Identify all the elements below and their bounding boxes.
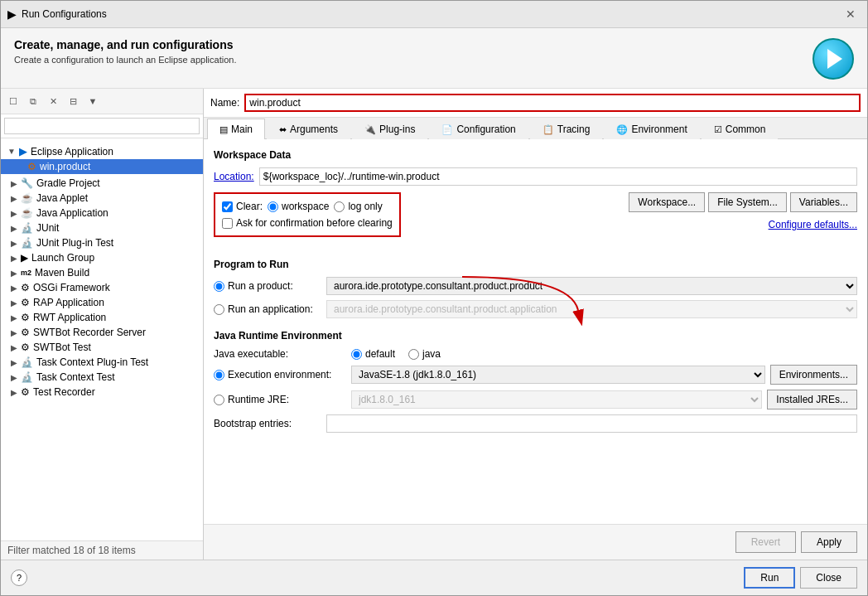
tab-configuration-label: Configuration [456,124,515,135]
name-input[interactable] [244,94,861,112]
delete-config-button[interactable]: ✕ [44,92,62,110]
tab-plugins[interactable]: 🔌 Plug-ins [352,119,427,139]
sidebar-item-rap-application[interactable]: ▶ ⚙ RAP Application [1,295,203,310]
tab-plugins-label: Plug-ins [379,124,415,135]
run-product-radio[interactable] [214,281,224,292]
sidebar-item-junit-plugin[interactable]: ▶ 🔬 JUnit Plug-in Test [1,235,203,250]
clear-section: Clear: workspace log only [214,192,401,237]
tab-main[interactable]: ▤ Main [207,119,265,139]
new-config-button[interactable]: ☐ [4,92,22,110]
sidebar-status: Filter matched 18 of 18 items [1,540,203,560]
sidebar-item-test-recorder[interactable]: ▶ ⚙ Test Recorder [1,385,203,400]
expand-icon: ▼ [7,147,16,156]
header-section: Create, manage, and run configurations C… [1,28,867,89]
sidebar-item-task-context-plugin[interactable]: ▶ 🔬 Task Context Plug-in Test [1,355,203,370]
file-system-button[interactable]: File System... [708,192,787,212]
location-link[interactable]: Location: [214,171,254,182]
run-icon [827,49,842,69]
expand-icon: ▶ [11,179,17,188]
run-product-radio-label[interactable]: Run a product: [214,280,321,292]
tab-tracing[interactable]: 📋 Tracing [530,119,603,139]
sidebar-item-maven[interactable]: ▶ m2 Maven Build [1,265,203,280]
copy-config-button[interactable]: ⧉ [24,92,42,110]
tab-arguments[interactable]: ⬌ Arguments [267,119,350,139]
expand-icon: ▶ [11,254,17,263]
search-input[interactable] [4,118,200,134]
sidebar-item-gradle[interactable]: ▶ 🔧 Gradle Project [1,176,203,191]
close-button[interactable]: Close [800,567,857,589]
workspace-radio[interactable] [268,201,278,212]
program-section-title: Program to Run [214,259,857,270]
sidebar-item-launch-group[interactable]: ▶ ▶ Launch Group [1,250,203,265]
ask-confirm-checkbox-label[interactable]: Ask for confirmation before clearing [222,217,393,229]
expand-icon: ▶ [11,298,17,308]
sidebar-item-osgi[interactable]: ▶ ⚙ OSGi Framework [1,280,203,295]
workspace-section-title: Workspace Data [214,149,857,161]
tab-environment[interactable]: 🌐 Environment [604,119,699,139]
clear-checkbox[interactable] [222,201,233,212]
tab-arguments-label: Arguments [290,124,338,135]
test-recorder-label: Test Recorder [33,386,95,398]
workspace-section: Workspace Data Location: Clear: [214,149,857,247]
default-radio-label[interactable]: default [351,348,395,360]
default-radio[interactable] [351,349,362,360]
environments-button[interactable]: Environments... [770,365,857,385]
execution-env-radio[interactable] [214,370,224,380]
task-context-plugin-icon: 🔬 [21,356,33,368]
swtbot-server-label: SWTBot Recorder Server [33,327,146,338]
location-input[interactable] [259,167,857,186]
window-icon: ▶ [7,7,17,21]
expand-icon: ▶ [11,239,17,248]
tab-configuration[interactable]: 📄 Configuration [429,119,528,139]
default-radio-text: default [365,348,395,360]
revert-button[interactable]: Revert [735,531,796,553]
sidebar-item-swtbot-test[interactable]: ▶ ⚙ SWTBot Test [1,340,203,355]
junit-plugin-label: JUnit Plug-in Test [36,237,113,249]
configuration-tab-icon: 📄 [441,124,453,135]
filter-button[interactable]: ▼ [84,92,102,110]
execution-env-select[interactable]: JavaSE-1.8 (jdk1.8.0_161) [351,366,765,384]
task-context-test-icon: 🔬 [21,371,33,383]
tab-common-label: Common [726,124,766,135]
rap-label: RAP Application [33,297,104,308]
runtime-jre-radio[interactable] [214,395,224,405]
swtbot-test-label: SWTBot Test [33,342,91,353]
runtime-jre-select: jdk1.8.0_161 [351,390,762,409]
run-application-radio[interactable] [214,304,224,315]
runtime-jre-radio-label[interactable]: Runtime JRE: [214,394,346,405]
workspace-button[interactable]: Workspace... [629,192,705,212]
run-application-radio-label[interactable]: Run an application: [214,303,321,315]
sidebar-item-java-application[interactable]: ▶ ☕ Java Application [1,206,203,220]
expand-icon: ▶ [11,224,17,233]
apply-button[interactable]: Apply [801,531,857,553]
bootstrap-input[interactable] [326,414,857,433]
execution-env-label: Execution environment: [228,369,331,380]
log-only-radio-label[interactable]: log only [334,201,382,212]
workspace-radio-label[interactable]: workspace [268,201,329,212]
clear-checkbox-label[interactable]: Clear: [222,201,263,212]
execution-env-radio-label[interactable]: Execution environment: [214,369,346,380]
java-radio-label[interactable]: java [408,348,441,360]
ask-confirm-checkbox[interactable] [222,218,233,229]
sidebar-item-java-applet[interactable]: ▶ ☕ Java Applet [1,191,203,206]
log-only-radio[interactable] [334,201,345,212]
variables-button[interactable]: Variables... [790,192,857,212]
run-button[interactable] [813,38,854,80]
run-product-row: Run a product: aurora.ide.prototype.cons… [214,277,857,295]
java-radio[interactable] [408,349,419,360]
installed-jres-button[interactable]: Installed JREs... [767,390,857,409]
sidebar-item-junit[interactable]: ▶ 🔬 JUnit [1,220,203,235]
sidebar-item-rwt-application[interactable]: ▶ ⚙ RWT Application [1,310,203,325]
configure-defaults-link[interactable]: Configure defaults... [769,219,857,230]
tree-group-header-eclipse-application[interactable]: ▼ ▶ Eclipse Application [1,143,203,159]
swtbot-test-icon: ⚙ [21,342,30,353]
sidebar-item-task-context-test[interactable]: ▶ 🔬 Task Context Test [1,370,203,385]
run-button-footer[interactable]: Run [744,567,795,589]
sidebar-item-swtbot-server[interactable]: ▶ ⚙ SWTBot Recorder Server [1,325,203,340]
help-button[interactable]: ? [11,569,27,586]
tab-common[interactable]: ☑ Common [702,119,779,139]
run-product-select[interactable]: aurora.ide.prototype.consultant.product.… [326,277,857,295]
collapse-all-button[interactable]: ⊟ [64,92,82,110]
window-close-button[interactable]: ✕ [841,6,861,22]
sidebar-item-win-product[interactable]: ⚙ win.product [1,159,203,174]
